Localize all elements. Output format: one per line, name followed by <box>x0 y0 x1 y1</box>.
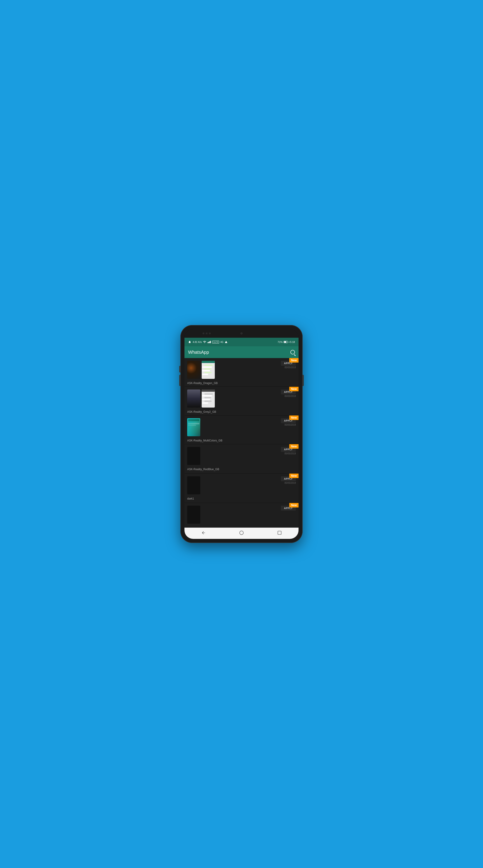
theme-thumbnails <box>187 476 200 494</box>
new-badge: New <box>289 503 299 507</box>
theme-thumbnails <box>187 506 200 524</box>
volume-down-button[interactable] <box>179 375 180 386</box>
theme-item[interactable]: New <box>184 387 299 415</box>
svg-rect-1 <box>278 531 281 535</box>
theme-item[interactable]: New APPLY <box>184 503 299 528</box>
theme-item[interactable]: New APPLY 05/0 <box>184 415 299 444</box>
theme-content-row: APPLY 05/05/2018 <box>187 361 296 381</box>
signal-triangle <box>225 341 227 343</box>
theme-name: ASK-Reality_MultiColors_GB <box>187 439 296 442</box>
theme-thumbnails <box>187 447 200 465</box>
theme-thumb-right <box>202 361 215 379</box>
theme-content-row: APPLY <box>187 506 296 526</box>
time-display: 5:18 <box>290 341 295 343</box>
theme-content-row: APPLY 05/05/2018 <box>187 447 296 467</box>
new-badge: New <box>289 444 299 449</box>
svg-point-0 <box>240 531 244 535</box>
theme-list: New <box>184 358 299 528</box>
search-icon[interactable] <box>290 350 295 354</box>
theme-thumb <box>187 447 200 465</box>
wifi-icon <box>203 340 206 344</box>
theme-name: ASK-Reality_Dragon_GB <box>187 381 296 385</box>
theme-thumb-left <box>187 361 200 379</box>
home-button[interactable] <box>235 529 248 538</box>
phone-screen: 4.81 K/s VoLTE 4G <box>184 329 299 539</box>
network-speed: 4.81 K/s <box>193 341 202 343</box>
apply-date: 05/05/2018 <box>284 366 296 369</box>
theme-name: ASK-Reality_RedBlue_GB <box>187 468 296 471</box>
theme-item[interactable]: New APPLY 05/05/2018 dark1 <box>184 473 299 503</box>
signal-bars <box>207 341 211 343</box>
theme-thumb <box>187 476 200 494</box>
theme-thumbnails <box>187 390 215 408</box>
theme-content-row: APPLY 05/05/2018 <box>187 418 296 438</box>
status-left: 4.81 K/s VoLTE 4G <box>188 340 227 344</box>
theme-content-row: APPLY 05/05/2018 <box>187 390 296 409</box>
battery-percent: 71% <box>278 341 283 343</box>
apply-date: 05/05/2018 <box>284 424 296 426</box>
new-badge: New <box>289 358 299 363</box>
front-camera <box>240 332 243 335</box>
app-header: WhatsApp <box>184 346 299 358</box>
lte-label: VoLTE <box>212 341 219 344</box>
power-button[interactable] <box>303 375 304 386</box>
phone-top-bar <box>184 329 299 338</box>
battery-icon <box>284 341 288 343</box>
theme-content-row: APPLY 05/05/2018 <box>187 476 296 496</box>
volume-up-button[interactable] <box>179 366 180 373</box>
apply-date: 05/05/2018 <box>284 395 296 397</box>
apply-date: 05/05/2018 <box>284 482 296 484</box>
apply-date: 05/05/2018 <box>284 452 296 455</box>
new-badge: New <box>289 415 299 420</box>
new-badge: New <box>289 387 299 391</box>
theme-thumb <box>187 506 200 524</box>
new-badge: New <box>289 473 299 478</box>
app-title: WhatsApp <box>188 350 209 355</box>
theme-thumb-right <box>202 390 215 408</box>
theme-name: dark1 <box>187 497 296 500</box>
notification-icon <box>188 340 191 344</box>
theme-name: ASK-Reality_Grey2_GB <box>187 410 296 413</box>
theme-thumb-left <box>187 390 200 408</box>
speaker-dots <box>203 333 211 334</box>
theme-item[interactable]: New <box>184 358 299 387</box>
status-bar: 4.81 K/s VoLTE 4G <box>184 338 299 346</box>
network-type: 4G <box>221 341 223 343</box>
recents-button[interactable] <box>273 529 286 538</box>
bottom-navigation <box>184 528 299 539</box>
theme-thumbnails <box>187 361 215 379</box>
theme-item[interactable]: New APPLY 05/05/2018 ASK-Reality_RedBlue… <box>184 444 299 473</box>
status-right: 71% 5:18 <box>278 341 295 343</box>
theme-thumb <box>187 418 200 436</box>
theme-thumbnails <box>187 418 200 436</box>
phone-frame: 4.81 K/s VoLTE 4G <box>180 325 303 543</box>
back-button[interactable] <box>197 529 210 538</box>
